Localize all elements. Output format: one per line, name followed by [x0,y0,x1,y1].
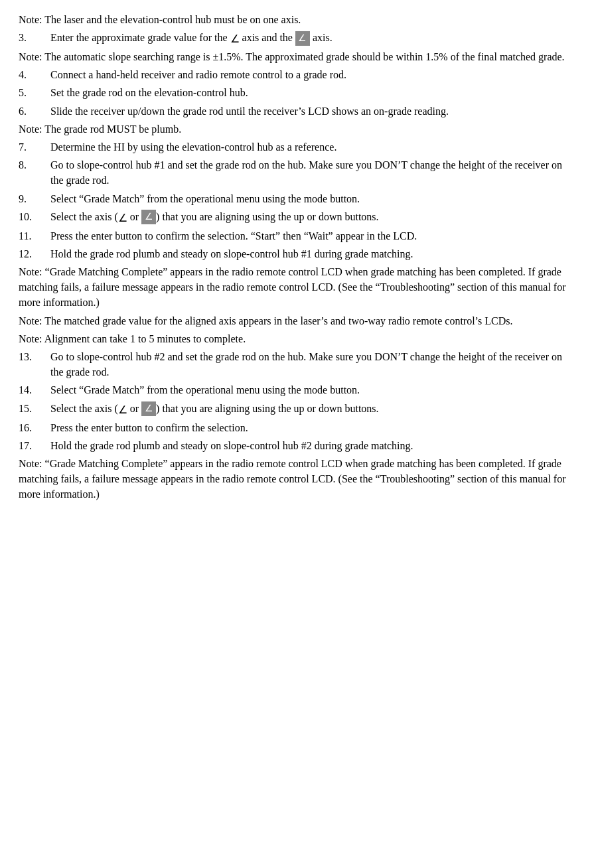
angle-icon-1: ∠ [230,33,240,44]
list-item-6: 6. Slide the receiver up/down the grade … [19,104,575,119]
item-text-12: Hold the grade rod plumb and steady on s… [50,246,575,261]
angle-icon-3: ∠ [118,403,127,415]
item-text-3: Enter the approximate grade value for th… [50,30,575,46]
item-text-7: Determine the HI by using the elevation-… [50,139,575,155]
item-num-6: 6. [19,104,50,119]
or-text-10: or [127,211,141,222]
item-text-5: Set the grade rod on the elevation-contr… [50,85,575,100]
item-num-11: 11. [19,228,50,244]
note-1: Note: The laser and the elevation-contro… [19,12,575,27]
item-num-16: 16. [19,420,50,435]
item-num-5: 5. [19,85,50,100]
item-text-6: Slide the receiver up/down the grade rod… [50,104,575,119]
item-text-10: Select the axis (∠ or ∠) that you are al… [50,209,575,226]
box-icon-3: ∠ [141,401,156,416]
item-text-4: Connect a hand-held receiver and radio r… [50,67,575,82]
note-grade-rod: Note: The grade rod MUST be plumb. [19,121,575,137]
list-item-13: 13. Go to slope-control hub #2 and set t… [19,349,575,380]
item-text-8: Go to slope-control hub #1 and set the g… [50,157,575,188]
list-item-17: 17. Hold the grade rod plumb and steady … [19,438,575,453]
item-num-3: 3. [19,30,50,46]
list-item-11: 11. Press the enter button to confirm th… [19,228,575,244]
list-item-12: 12. Hold the grade rod plumb and steady … [19,246,575,261]
note-grade-matching-2: Note: “Grade Matching Complete” appears … [19,456,575,502]
item-num-4: 4. [19,67,50,82]
angle-icon-2: ∠ [118,212,127,224]
list-item-5: 5. Set the grade rod on the elevation-co… [19,85,575,100]
item-num-10: 10. [19,209,50,226]
list-item-14: 14. Select “Grade Match” from the operat… [19,382,575,398]
or-text-15: or [127,403,141,414]
document-content: Note: The laser and the elevation-contro… [19,12,575,502]
item-num-9: 9. [19,191,50,206]
item-text-14: Select “Grade Match” from the operationa… [50,382,575,398]
item-text-17: Hold the grade rod plumb and steady on s… [50,438,575,453]
item-text-13: Go to slope-control hub #2 and set the g… [50,349,575,380]
list-item-3: 3. Enter the approximate grade value for… [19,30,575,46]
axis-mid-text-3: axis and the [240,32,295,43]
item-num-12: 12. [19,246,50,261]
item-text-16: Press the enter button to confirm the se… [50,420,575,435]
item-text-11: Press the enter button to confirm the se… [50,228,575,244]
note-3: Note: The automatic slope searching rang… [19,49,575,64]
note-grade-matching-1: Note: “Grade Matching Complete” appears … [19,264,575,311]
note-matched-grade: Note: The matched grade value for the al… [19,313,575,328]
list-item-4: 4. Connect a hand-held receiver and radi… [19,67,575,82]
item-num-8: 8. [19,157,50,188]
item-text-9: Select “Grade Match” from the operationa… [50,191,575,206]
list-item-16: 16. Press the enter button to confirm th… [19,420,575,435]
item-num-14: 14. [19,382,50,398]
list-item-9: 9. Select “Grade Match” from the operati… [19,191,575,206]
box-icon-1: ∠ [295,31,310,46]
item-num-17: 17. [19,438,50,453]
item-text-15: Select the axis (∠ or ∠) that you are al… [50,401,575,417]
item-num-13: 13. [19,349,50,380]
note-alignment-time: Note: Alignment can take 1 to 5 minutes … [19,331,575,346]
list-item-7: 7. Determine the HI by using the elevati… [19,139,575,155]
list-item-8: 8. Go to slope-control hub #1 and set th… [19,157,575,188]
item-num-15: 15. [19,401,50,417]
box-icon-2: ∠ [141,210,156,224]
item-num-7: 7. [19,139,50,155]
list-item-10: 10. Select the axis (∠ or ∠) that you ar… [19,209,575,226]
list-item-15: 15. Select the axis (∠ or ∠) that you ar… [19,401,575,417]
